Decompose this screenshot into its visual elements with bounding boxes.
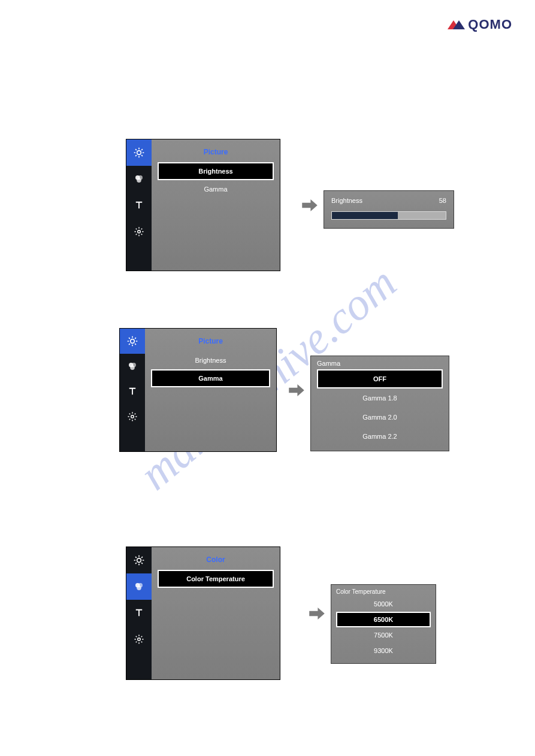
osd-menu-picture-gamma: Picture Brightness Gamma [119,328,277,452]
osd-title: Color [158,551,274,570]
color-temp-option-5000k[interactable]: 5000K [336,596,431,612]
gamma-option-off[interactable]: OFF [317,369,443,388]
svg-point-11 [131,415,134,418]
sidebar-tab-color[interactable] [120,354,145,379]
sidebar-tab-color[interactable] [126,166,152,192]
menu-item-gamma[interactable]: Gamma [158,180,274,198]
brightness-label: Brightness [331,197,362,204]
gamma-option-2-2[interactable]: Gamma 2.2 [317,427,443,446]
brand-logo: QOMO [448,17,512,32]
color-temp-popout-title: Color Temperature [336,588,431,595]
osd-sidebar [126,139,152,271]
sidebar-tab-settings[interactable] [126,626,152,652]
osd-panel: Picture Brightness Gamma [145,329,276,451]
sidebar-tab-picture[interactable] [120,329,145,354]
brightness-slider[interactable] [331,211,446,220]
sidebar-tab-color[interactable] [126,573,152,600]
sidebar-tab-settings[interactable] [120,404,145,429]
brightness-value: 58 [439,197,446,204]
osd-menu-picture-brightness: Picture Brightness Gamma [126,139,280,271]
osd-title: Picture [151,332,270,351]
figure-brightness: Picture Brightness Gamma Brightness 58 [126,139,454,271]
osd-menu-color: Color Color Temperature [126,546,280,680]
brand-name: QOMO [468,17,512,32]
osd-title: Picture [158,143,274,162]
sidebar-tab-picture[interactable] [126,139,152,166]
brightness-slider-fill [332,212,398,219]
brightness-slider-popout: Brightness 58 [324,190,454,229]
gamma-option-2-0[interactable]: Gamma 2.0 [317,408,443,427]
sidebar-tab-picture[interactable] [126,547,152,573]
brand-mark-icon [448,19,466,31]
arrow-right-icon [300,195,320,215]
color-temp-options-popout: Color Temperature 5000K 6500K 7500K 9300… [331,584,436,664]
svg-point-12 [137,558,141,563]
osd-panel: Picture Brightness Gamma [152,139,280,271]
gamma-popout-title: Gamma [317,360,443,367]
menu-item-gamma[interactable]: Gamma [151,369,270,387]
gamma-options-popout: Gamma OFF Gamma 1.8 Gamma 2.0 Gamma 2.2 [310,356,449,451]
svg-point-15 [137,586,141,591]
figure-gamma: Picture Brightness Gamma Gamma OFF Gamma… [119,328,449,452]
arrow-right-icon [286,380,307,400]
svg-point-5 [137,178,141,183]
sidebar-tab-text[interactable] [126,192,152,218]
osd-panel: Color Color Temperature [152,547,280,679]
osd-sidebar [120,329,145,451]
color-temp-option-6500k[interactable]: 6500K [336,612,431,627]
menu-item-brightness[interactable]: Brightness [158,162,274,180]
arrow-right-icon [307,603,327,624]
menu-item-color-temperature[interactable]: Color Temperature [158,570,274,588]
gamma-option-1-8[interactable]: Gamma 1.8 [317,388,443,408]
svg-point-6 [138,230,141,233]
sidebar-tab-text[interactable] [120,379,145,404]
osd-sidebar [126,547,152,679]
sidebar-tab-text[interactable] [126,600,152,626]
svg-point-16 [138,638,141,641]
color-temp-option-7500k[interactable]: 7500K [336,627,431,643]
color-temp-option-9300k[interactable]: 9300K [336,643,431,658]
svg-point-7 [131,339,135,344]
figure-color-temp: Color Color Temperature Color Temperatur… [126,546,436,680]
sidebar-tab-settings[interactable] [126,218,152,245]
svg-point-10 [130,366,135,371]
menu-item-brightness[interactable]: Brightness [151,351,270,369]
svg-point-2 [137,151,141,155]
